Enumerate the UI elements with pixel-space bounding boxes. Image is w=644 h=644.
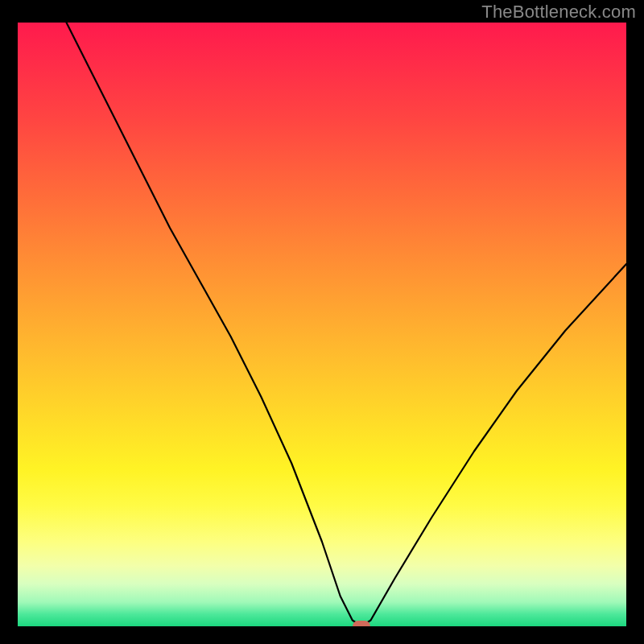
plot-area xyxy=(18,23,626,626)
watermark-text: TheBottleneck.com xyxy=(481,2,636,23)
curve-svg xyxy=(18,23,626,626)
bottleneck-curve xyxy=(67,23,627,626)
chart-container: TheBottleneck.com xyxy=(0,0,644,644)
bottleneck-marker xyxy=(353,621,370,626)
